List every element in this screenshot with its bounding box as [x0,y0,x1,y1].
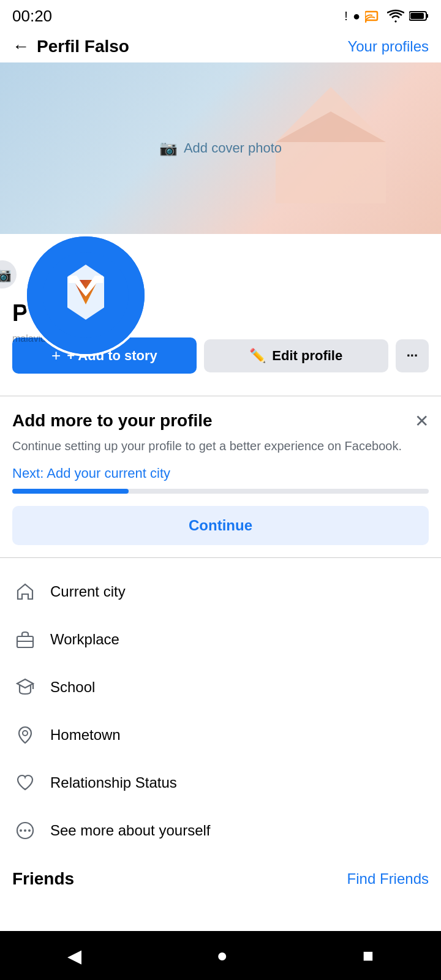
cast-icon [365,9,382,23]
svg-point-12 [24,829,26,832]
progress-bar [12,489,429,494]
list-item[interactable]: School [12,663,429,711]
add-more-title: Add more to your profile [12,411,213,431]
back-button[interactable]: ← [12,37,29,56]
wifi-icon [387,9,404,23]
hometown-icon [12,722,38,748]
info-list: Current city Workplace School [0,568,441,854]
page-title: Perfil Falso [37,37,129,56]
svg-rect-3 [426,14,428,18]
svg-rect-4 [410,13,424,19]
progress-fill [12,489,129,494]
edit-profile-photo-button[interactable]: 📷 [0,258,18,290]
home-nav-button[interactable]: ● [216,945,227,966]
edit-profile-label: Edit profile [272,348,342,364]
more-dots-icon: ··· [407,348,418,363]
circle-icon: ● [353,9,360,23]
cover-decoration [270,75,392,209]
friends-section: Friends Find Friends [0,857,441,895]
top-nav: ← Perfil Falso Your profiles [0,31,441,62]
list-item[interactable]: See more about yourself [12,807,429,854]
list-item[interactable]: Workplace [12,616,429,663]
divider-2 [0,557,441,558]
more-options-button[interactable]: ··· [396,339,429,372]
school-label: School [50,679,95,696]
svg-point-13 [28,829,31,832]
status-time: 00:20 [12,7,52,26]
add-cover-photo-button[interactable]: 📷 Add cover photo [159,140,282,157]
friends-title: Friends [12,869,74,889]
edit-profile-button[interactable]: ✏️ Edit profile [204,339,388,372]
battery-icon [409,10,429,21]
status-icons: ! ● [344,9,429,23]
current-city-label: Current city [50,583,126,600]
recents-nav-button[interactable]: ■ [363,945,374,966]
svg-point-9 [23,731,28,736]
workplace-label: Workplace [50,631,119,648]
close-add-more-button[interactable]: ✕ [415,411,429,431]
bottom-nav: ◀ ● ■ [0,931,441,980]
camera-icon: 📷 [159,140,178,157]
add-more-section: Add more to your profile ✕ Continue sett… [0,396,441,548]
relationship-icon [12,770,38,796]
cover-area: 📷 Add cover photo [0,62,441,234]
add-more-subtitle: Continue setting up your profile to get … [12,437,429,454]
svg-point-11 [20,829,22,832]
camera-edit-icon: 📷 [0,266,12,283]
list-item[interactable]: Hometown [12,711,429,759]
school-icon [12,674,38,700]
list-item[interactable]: Relationship Status [12,759,429,807]
profile-logo [43,252,129,338]
see-more-label: See more about yourself [50,822,210,839]
find-friends-link[interactable]: Find Friends [347,870,429,888]
your-profiles-link[interactable]: Your profiles [347,38,429,55]
continue-button[interactable]: Continue [12,506,429,545]
alert-icon: ! [344,9,348,23]
status-bar: 00:20 ! ● [0,0,441,31]
relationship-label: Relationship Status [50,774,177,791]
profile-picture [24,234,147,356]
add-cover-label: Add cover photo [184,140,282,156]
next-step-label[interactable]: Next: Add your current city [12,466,429,481]
list-item[interactable]: Current city [12,568,429,616]
more-about-icon [12,818,38,843]
pencil-icon: ✏️ [249,348,266,364]
workplace-icon [12,627,38,652]
hometown-label: Hometown [50,726,121,744]
back-nav-button[interactable]: ◀ [67,945,81,967]
home-icon [12,579,38,605]
